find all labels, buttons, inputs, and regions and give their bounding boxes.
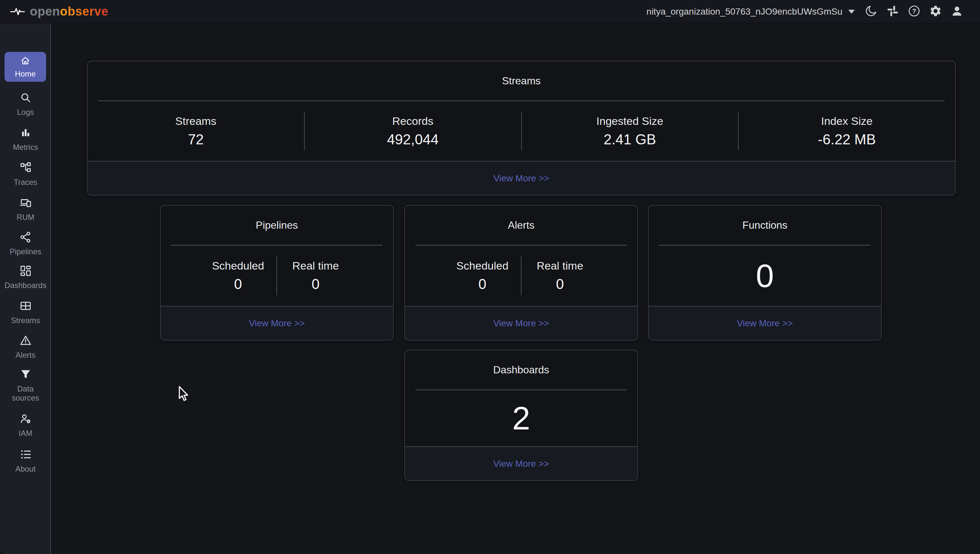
topbar: openobserve nitya_organization_50763_nJO… [0, 0, 980, 23]
stat-label: Scheduled [212, 259, 264, 272]
heartbeat-icon [8, 3, 27, 21]
streams-summary-card: Streams Streams 72 Records 492,044 Inges… [87, 60, 956, 196]
table-grid-icon [19, 300, 32, 314]
stat-label: Records [392, 115, 433, 127]
view-more-link[interactable]: View More >> [493, 458, 549, 469]
stat-index-size: Index Size -6.22 MB [739, 101, 955, 161]
organization-name: nitya_organization_50763_nJO9encbUWsGmSu [646, 6, 842, 17]
organization-selector[interactable]: nitya_organization_50763_nJO9encbUWsGmSu [646, 6, 855, 17]
search-icon [19, 91, 32, 106]
sidebar-item-streams[interactable]: Streams [0, 300, 51, 325]
pipelines-stats-row: Scheduled 0 Real time 0 [161, 245, 393, 306]
dashboards-card: Dashboards 2 View More >> [404, 350, 638, 481]
stat-label: Real time [537, 259, 583, 272]
user-gear-icon [19, 412, 32, 427]
openobserve-logo-icon [8, 3, 27, 21]
schema-nodes-icon [19, 162, 32, 176]
chevron-down-icon [848, 10, 855, 14]
sidebar-item-about[interactable]: About [0, 448, 51, 474]
view-more-link[interactable]: View More >> [737, 318, 793, 329]
stat-label: Ingested Size [596, 115, 663, 127]
sidebar-item-pipelines[interactable]: Pipelines [0, 231, 51, 256]
home-icon [20, 56, 30, 68]
view-more-link[interactable]: View More >> [249, 318, 305, 329]
logo-text-observe: observe [60, 5, 108, 18]
sidebar-item-label: Pipelines [10, 247, 41, 256]
card-footer: View More >> [649, 306, 881, 340]
settings-button[interactable] [925, 0, 946, 23]
stat-value: 2.41 GB [604, 131, 656, 148]
stat-scheduled: Scheduled 0 [444, 245, 521, 306]
sidebar-item-label: About [15, 465, 36, 474]
alerts-stats-row: Scheduled 0 Real time 0 [405, 245, 637, 306]
stat-label: Scheduled [456, 259, 508, 272]
sidebar-item-home[interactable]: Home [5, 52, 46, 82]
stat-real-time: Real time 0 [277, 245, 354, 306]
sidebar-item-iam[interactable]: IAM [0, 412, 51, 438]
stat-value: 0 [478, 276, 486, 292]
stat-label: Streams [175, 115, 217, 127]
profile-button[interactable] [946, 0, 968, 23]
stat-value: 72 [188, 131, 204, 148]
stat-scheduled: Scheduled 0 [199, 245, 276, 306]
stat-records: Records 492,044 [305, 101, 521, 161]
bar-chart-icon [19, 126, 32, 141]
card-footer: View More >> [161, 306, 393, 340]
sidebar-item-label: Dashboards [5, 281, 46, 290]
stat-label: Index Size [821, 115, 873, 127]
card-title: Streams [88, 61, 955, 100]
logo-text-open: open [30, 5, 60, 18]
mouse-cursor [177, 386, 190, 403]
view-more-link[interactable]: View More >> [493, 173, 549, 183]
sidebar-item-alerts[interactable]: Alerts [0, 334, 51, 360]
card-title: Pipelines [161, 205, 393, 245]
stat-real-time: Real time 0 [521, 245, 598, 306]
gear-icon [929, 5, 942, 19]
functions-card: Functions 0 View More >> [648, 205, 882, 341]
stat-streams: Streams 72 [88, 101, 304, 161]
sidebar-item-label: Data sources [4, 384, 47, 402]
slack-icon [886, 5, 899, 18]
view-more-link[interactable]: View More >> [493, 318, 549, 329]
sidebar-item-logs[interactable]: Logs [0, 91, 51, 117]
card-title: Alerts [405, 205, 637, 245]
share-nodes-icon [19, 231, 32, 245]
user-icon [950, 5, 964, 19]
card-footer: View More >> [405, 306, 637, 340]
filter-funnel-icon [19, 368, 32, 382]
sidebar-item-metrics[interactable]: Metrics [0, 126, 51, 152]
sidebar-item-data-sources[interactable]: Data sources [0, 368, 51, 402]
stat-value: 0 [312, 276, 319, 292]
sidebar-item-label: Logs [17, 108, 34, 117]
sidebar-item-label: Traces [14, 178, 37, 187]
dark-mode-toggle-button[interactable] [860, 0, 882, 23]
stat-value: 0 [556, 276, 564, 292]
app-window: openobserve nitya_organization_50763_nJO… [0, 0, 980, 554]
card-title: Functions [649, 205, 881, 245]
alerts-card: Alerts Scheduled 0 Real time 0 View More… [404, 205, 638, 341]
dashboards-count: 2 [405, 390, 637, 446]
slack-button[interactable] [882, 0, 904, 23]
stat-value: -6.22 MB [818, 131, 876, 148]
moon-icon [865, 5, 878, 19]
streams-stats-row: Streams 72 Records 492,044 Ingested Size… [88, 101, 955, 161]
list-bullets-icon [19, 448, 32, 463]
sidebar: Home Logs Metrics [0, 23, 51, 554]
sidebar-item-traces[interactable]: Traces [0, 162, 51, 187]
stat-value: 0 [234, 276, 242, 292]
sidebar-item-label: IAM [19, 429, 32, 438]
sidebar-item-label: Metrics [13, 143, 38, 152]
stat-label: Real time [292, 259, 339, 272]
app-logo[interactable]: openobserve [8, 3, 108, 21]
card-footer: View More >> [405, 446, 637, 480]
help-button[interactable]: ? [904, 0, 925, 23]
functions-count: 0 [649, 245, 881, 306]
stat-value: 492,044 [387, 131, 439, 148]
sidebar-item-rum[interactable]: RUM [0, 197, 51, 222]
sidebar-item-label: Alerts [16, 351, 35, 360]
logo-wordmark: openobserve [30, 5, 108, 19]
warning-triangle-icon [19, 334, 32, 349]
pipelines-card: Pipelines Scheduled 0 Real time 0 View M… [160, 205, 394, 341]
sidebar-item-dashboards[interactable]: Dashboards [0, 265, 51, 290]
stat-ingested-size: Ingested Size 2.41 GB [522, 101, 738, 161]
